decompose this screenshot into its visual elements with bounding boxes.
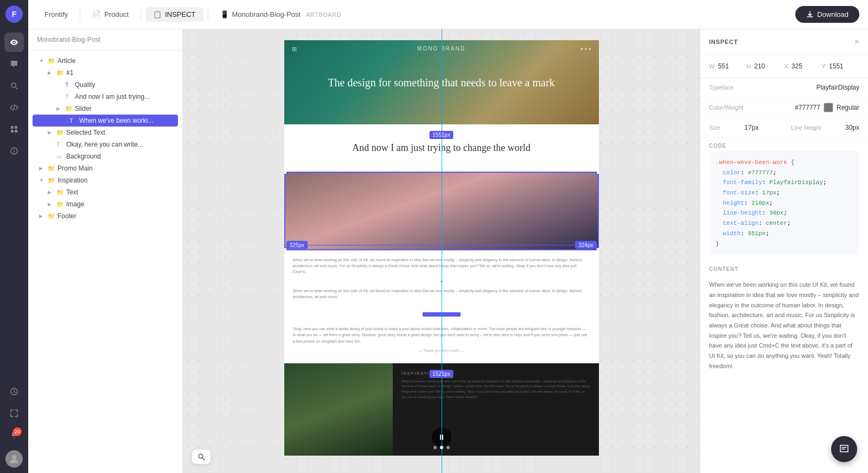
folder-icon-hash1: 📁 [56, 70, 64, 77]
layer-selected-text[interactable]: ▶ 📁 Selected Text [28, 127, 182, 138]
layer-footer-label: Footer [58, 212, 76, 220]
nav-icon-clock[interactable] [4, 382, 24, 401]
layer-article[interactable]: ▼ 📁 Article [28, 55, 182, 67]
folder-icon-footer: 📁 [48, 213, 55, 220]
photo-section [284, 172, 599, 250]
bottom-content: Inspiration When we've been working on t… [393, 363, 599, 456]
layer-background[interactable]: ▶ ▭ Background [28, 150, 182, 162]
tab-separator-2 [141, 9, 141, 20]
content-text: When we've been working on this cute UI … [709, 280, 859, 371]
content-section-title: CONTENT [700, 261, 868, 274]
code-val-color: #777777 [748, 169, 773, 176]
tab-inspect[interactable]: 📋 INSPECT [145, 7, 203, 22]
code-val-ff: PlayfairDisplay [769, 179, 823, 186]
text-para-3: When we've been working on this cute UI … [293, 288, 590, 300]
svg-rect-2 [11, 126, 14, 129]
nav-icon-search[interactable] [4, 76, 24, 96]
dim-h-group: H 210 [746, 62, 784, 70]
inspect-header: INSPECT × [700, 29, 868, 55]
nav-icon-bell[interactable]: 20 [4, 425, 24, 445]
code-prop-w: width [723, 230, 741, 237]
code-prop-fs: font-size [723, 190, 755, 196]
layer-and-now[interactable]: ▶ T And now I am just trying... [28, 91, 182, 103]
layer-when-weve[interactable]: ▶ T When we've been worki... [33, 115, 178, 127]
dim-h-value: 210 [754, 62, 765, 70]
nav-icon-eye[interactable] [4, 33, 24, 52]
svg-point-7 [14, 149, 15, 150]
hero-section: MONO BRAND ⊞ • • • The design for someth… [284, 40, 599, 124]
layer-inspiration-label: Inspiration [58, 176, 87, 184]
rect-icon-background: ▭ [56, 153, 64, 160]
folder-icon-article: 📁 [48, 58, 55, 65]
svg-rect-5 [15, 130, 17, 133]
dim-x-group: X 325 [784, 62, 822, 70]
code-val-w: 551px [748, 230, 765, 237]
monobrand-tab-icon: 📱 [220, 10, 229, 18]
spacing-label-left: 325px [286, 241, 308, 249]
nav-icon-expand[interactable] [4, 403, 24, 423]
tab-monobrand[interactable]: 📱 Monobrand-Blog-Post ARTBOARD [213, 7, 349, 22]
playback-control[interactable]: ⏸ [432, 427, 451, 447]
canvas-area[interactable]: MONO BRAND ⊞ • • • The design for someth… [183, 29, 700, 473]
inspect-close-button[interactable]: × [854, 37, 859, 47]
color-weight-value: #777777 Regular [795, 103, 859, 112]
nav-icon-info[interactable] [4, 141, 24, 161]
layer-when-weve-label: When we've been worki... [79, 117, 153, 124]
code-prop-lh: line-height [723, 210, 762, 216]
arrow-image: ▶ [48, 201, 54, 207]
layer-inspiration[interactable]: ▼ 📁 Inspiration [28, 174, 182, 186]
bottom-px-badge: 1521px [429, 370, 454, 378]
tab-separator-3 [208, 9, 208, 20]
layer-slider[interactable]: ▶ 📁 Slider [28, 103, 182, 115]
layer-hash1[interactable]: ▶ 📁 #1 [28, 67, 182, 79]
code-block: .when-weve-been-work { color: #777777; f… [709, 151, 859, 255]
bottom-text: When we've been working on this cute UI … [401, 379, 590, 400]
dot-1 [433, 446, 437, 449]
code-section-title: CODE [700, 137, 868, 151]
dot-2 [440, 446, 443, 449]
nav-icon-code[interactable] [4, 98, 24, 117]
main-area: Frontify 📄 Product 📋 INSPECT 📱 Monobrand… [28, 0, 868, 473]
text-frame-1: When we've been working on this cute UI … [284, 250, 599, 310]
frontify-label: Frontify [44, 10, 68, 18]
layer-text[interactable]: ▶ 📁 Text [28, 186, 182, 198]
bottom-photo [284, 363, 393, 456]
layer-footer[interactable]: ▶ 📁 Footer [28, 210, 182, 222]
hero-expand-icon: ⊞ [292, 46, 297, 53]
inspect-tab-icon: 📋 [153, 10, 162, 18]
layer-okay[interactable]: ▶ T Okay, here you can write... [28, 138, 182, 150]
text-icon-when-weve: T [69, 117, 77, 124]
text-icon-and-now: T [65, 93, 73, 100]
layer-quality[interactable]: ▶ T Quality [28, 79, 182, 91]
inspect-panel: INSPECT × W 551 H 210 X 325 [700, 29, 868, 473]
size-label: Size [709, 124, 720, 131]
chat-button[interactable] [831, 436, 857, 462]
layer-image[interactable]: ▶ 📁 Image [28, 198, 182, 210]
canvas-content: MONO BRAND ⊞ • • • The design for someth… [284, 40, 599, 456]
arrow-inspiration: ▼ [39, 178, 46, 183]
inspect-label: INSPECT [165, 10, 195, 18]
user-avatar[interactable] [5, 450, 23, 468]
arrow-hash1: ▶ [48, 70, 54, 75]
nav-icon-grid[interactable] [4, 119, 24, 139]
layer-quality-label: Quality [75, 81, 95, 89]
arrow-footer: ▶ [39, 213, 46, 219]
text-section-1: When we've been working on this cute UI … [284, 250, 599, 310]
app-logo[interactable]: F [5, 5, 23, 23]
code-prop-color: color [723, 169, 741, 176]
svg-line-12 [202, 458, 205, 460]
layer-and-now-label: And now I am just trying... [75, 93, 150, 100]
layer-promo-main[interactable]: ▶ 📁 Promo Main [28, 162, 182, 174]
tab-product[interactable]: 📄 Product [85, 7, 136, 22]
dim-y-label: Y [822, 63, 826, 70]
zoom-control[interactable] [192, 449, 211, 464]
line-height-label: Line Height [791, 124, 821, 131]
download-button[interactable]: Download [795, 6, 859, 23]
icon-sidebar: F 20 [0, 0, 28, 473]
folder-icon-slider: 📁 [65, 105, 73, 112]
monobrand-label: Monobrand-Blog-Post [232, 10, 301, 18]
nav-icon-chat[interactable] [4, 54, 24, 74]
tab-frontify[interactable]: Frontify [37, 7, 75, 22]
color-weight-type: Regular [837, 104, 859, 111]
inspect-title: INSPECT [709, 39, 738, 45]
